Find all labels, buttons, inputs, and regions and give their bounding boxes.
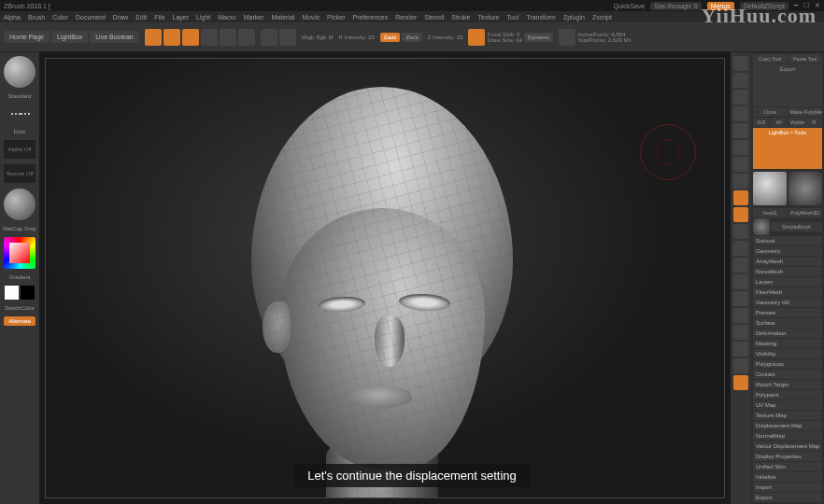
menu-tool[interactable]: Tool <box>506 14 519 21</box>
palette-displayprops[interactable]: Display Properties <box>753 452 822 461</box>
move-shelf-icon[interactable] <box>733 241 748 256</box>
rotate-icon[interactable] <box>238 29 255 46</box>
menu-edit[interactable]: Edit <box>135 14 147 21</box>
menu-alpha[interactable]: Alpha <box>4 14 21 21</box>
all-btn[interactable]: All <box>771 118 788 127</box>
palette-fibermesh[interactable]: FiberMesh <box>753 287 822 297</box>
palette-texturemap[interactable]: Texture Map <box>753 411 822 420</box>
floor-icon[interactable] <box>733 157 748 172</box>
palette-unifiedskin[interactable]: Unified Skin <box>753 462 822 471</box>
scroll-icon[interactable] <box>733 73 748 88</box>
clone-btn[interactable]: Clone <box>753 107 788 117</box>
tool-thumb-head[interactable] <box>753 172 787 205</box>
paste-tool-btn[interactable]: Paste Tool <box>788 54 823 63</box>
texture-preview-sq[interactable]: Texture Off <box>4 164 36 183</box>
material-preview[interactable] <box>4 189 36 220</box>
makepoly-btn[interactable]: Make PolyMesh3D <box>788 107 823 117</box>
seethrough-slider[interactable]: See-through: 0 <box>650 2 701 10</box>
menu-brush[interactable]: Brush <box>28 14 45 21</box>
dynamic-btn[interactable]: Dynamic <box>524 33 553 42</box>
menu-color[interactable]: Color <box>52 14 68 21</box>
silhouette-icon[interactable] <box>733 358 748 373</box>
swatch-main[interactable] <box>5 286 19 300</box>
palette-polypaint[interactable]: Polypaint <box>753 390 822 399</box>
menu-texture[interactable]: Texture <box>477 14 499 21</box>
x-symmetry-icon[interactable] <box>733 375 748 390</box>
zintensity-slider[interactable]: Z Intensity: 25 <box>428 35 463 40</box>
scale-icon[interactable] <box>220 29 236 46</box>
palette-arraymesh[interactable]: ArrayMesh <box>753 257 822 266</box>
quicksave-label[interactable]: QuickSave <box>613 3 645 9</box>
gizmo-icon[interactable] <box>261 29 277 46</box>
aahalf-icon[interactable] <box>733 123 748 138</box>
palette-masking[interactable]: Masking <box>753 339 822 348</box>
draw-gizmo[interactable] <box>640 124 696 180</box>
palette-initialize[interactable]: Initialize <box>753 472 822 482</box>
scale-shelf-icon[interactable] <box>733 258 748 273</box>
menu-draw[interactable]: Draw <box>113 14 128 21</box>
solo-icon[interactable] <box>733 342 748 357</box>
head-mesh[interactable] <box>233 87 532 497</box>
palette-geometry[interactable]: Geometry <box>753 246 822 256</box>
persp-icon[interactable] <box>733 140 748 155</box>
edit-icon[interactable] <box>163 29 180 46</box>
brush-preview[interactable] <box>4 56 36 88</box>
tab-liveboolean[interactable]: Live Boolean <box>90 31 138 43</box>
color-picker[interactable] <box>4 237 36 269</box>
m-btn[interactable]: M <box>328 35 333 40</box>
menu-zscript[interactable]: Zscript <box>592 14 612 21</box>
tool-thumb-simplebrush[interactable] <box>753 218 770 235</box>
zadd-btn[interactable]: Zadd <box>380 33 401 42</box>
palette-subtool[interactable]: Subtool <box>753 236 822 245</box>
draw-icon[interactable] <box>182 29 199 46</box>
gradient-label[interactable]: Gradient <box>8 274 30 280</box>
menu-file[interactable]: File <box>154 14 164 21</box>
sculptris-icon[interactable] <box>145 29 162 46</box>
tab-home[interactable]: Home Page <box>4 31 50 43</box>
palette-normalmap[interactable]: NormalMap <box>753 431 822 441</box>
menu-material[interactable]: Material <box>271 14 294 21</box>
menu-macro[interactable]: Macro <box>218 14 235 21</box>
rintensity-slider[interactable]: R Intensity: 25 <box>338 35 374 40</box>
menu-zplugin[interactable]: Zplugin <box>563 14 585 21</box>
palette-contact[interactable]: Contact <box>753 370 822 379</box>
menu-stroke[interactable]: Stroke <box>451 14 470 21</box>
palette-nanomesh[interactable]: NanoMesh <box>753 267 822 276</box>
eye-icon[interactable] <box>559 29 575 46</box>
palette-layers[interactable]: Layers <box>753 277 822 287</box>
xpose-icon[interactable] <box>733 224 748 239</box>
palette-import[interactable]: Import <box>753 483 822 492</box>
palette-uvmap[interactable]: UV Map <box>753 400 822 410</box>
palette-polygroups[interactable]: Polygroups <box>753 359 822 369</box>
palette-deformation[interactable]: Deformation <box>753 329 822 338</box>
rotate-shelf-icon[interactable] <box>733 274 748 289</box>
menu-document[interactable]: Document <box>76 14 106 21</box>
palette-morphtarget[interactable]: Morph Target <box>753 380 822 389</box>
menu-stencil[interactable]: Stencil <box>424 14 444 21</box>
palette-export[interactable]: Export <box>753 493 822 502</box>
lightbox-tools-btn[interactable]: LightBox > Tools <box>753 128 822 170</box>
menu-preferences[interactable]: Preferences <box>353 14 389 21</box>
menu-transform[interactable]: Transform <box>526 14 556 21</box>
rgb-btn[interactable]: Rgb <box>316 35 326 40</box>
export-btn[interactable]: Export <box>753 64 822 106</box>
menu-marker[interactable]: Marker <box>244 14 264 21</box>
mrgb-btn[interactable]: Mrgb <box>302 35 315 40</box>
palette-geometryhd[interactable]: Geometry HD <box>753 298 822 307</box>
palette-surface[interactable]: Surface <box>753 318 822 328</box>
menu-light[interactable]: Light <box>196 14 210 21</box>
menu-picker[interactable]: Picker <box>327 14 345 21</box>
palette-displacementmap[interactable]: Displacement Map <box>753 421 822 430</box>
swatch-secondary[interactable] <box>21 286 35 300</box>
menu-movie[interactable]: Movie <box>302 14 320 21</box>
ghost-icon[interactable] <box>733 325 748 340</box>
transp-icon[interactable] <box>733 308 748 323</box>
polyf-icon[interactable] <box>733 291 748 306</box>
menu-render[interactable]: Render <box>395 14 417 21</box>
drawsize-slider[interactable]: Draw Size: 64 <box>487 37 521 43</box>
zoom-icon[interactable] <box>733 90 748 105</box>
palette-vectordisp[interactable]: Vector Displacement Map <box>753 441 822 451</box>
stroke-preview[interactable] <box>4 105 36 123</box>
copy-tool-btn[interactable]: Copy Tool <box>753 54 788 63</box>
grz-btn[interactable]: GrZ <box>753 118 770 127</box>
